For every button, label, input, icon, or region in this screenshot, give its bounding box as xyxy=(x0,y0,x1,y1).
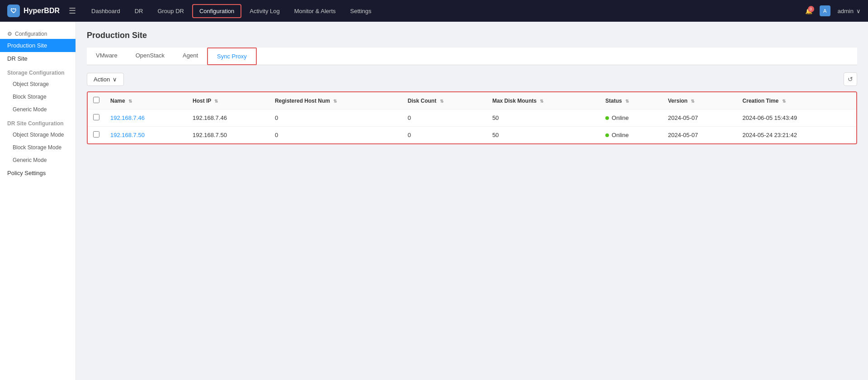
tab-sync-proxy[interactable]: Sync Proxy xyxy=(207,48,257,65)
sidebar-item-dr-site[interactable]: DR Site xyxy=(0,52,75,65)
hamburger-icon[interactable]: ☰ xyxy=(69,6,76,16)
nav-dashboard[interactable]: Dashboard xyxy=(85,5,127,17)
sidebar-item-production-site[interactable]: Production Site xyxy=(0,39,75,52)
page-title: Production Site xyxy=(87,31,857,40)
brand-icon: 🛡 xyxy=(7,5,20,17)
nav-group-dr[interactable]: Group DR xyxy=(151,5,190,17)
notification-badge: 0 xyxy=(808,6,814,12)
sidebar-item-generic-mode[interactable]: Generic Mode xyxy=(0,103,75,116)
col-header-version: Version ⇅ xyxy=(663,92,737,109)
sidebar-item-object-storage-mode[interactable]: Object Storage Mode xyxy=(0,128,75,141)
status-dot-online xyxy=(605,116,609,120)
nav-settings[interactable]: Settings xyxy=(344,5,378,17)
row2-host-ip: 192.168.7.50 xyxy=(187,127,269,144)
row2-checkbox-cell xyxy=(88,127,105,144)
sidebar-item-object-storage[interactable]: Object Storage xyxy=(0,78,75,90)
sidebar: ⚙ Configuration Production Site DR Site … xyxy=(0,22,76,380)
sidebar-item-block-storage-mode[interactable]: Block Storage Mode xyxy=(0,141,75,154)
row1-status-label: Online xyxy=(612,114,629,121)
row2-disk-count: 0 xyxy=(402,127,487,144)
row1-version: 2024-05-07 xyxy=(663,109,737,127)
tab-agent[interactable]: Agent xyxy=(174,48,207,65)
select-all-checkbox[interactable] xyxy=(93,97,99,103)
table-row: 192.168.7.46 192.168.7.46 0 0 50 Online … xyxy=(88,109,856,127)
sidebar-config-label: Configuration xyxy=(15,31,47,37)
row1-max-disk-mounts: 50 xyxy=(487,109,600,127)
row2-status: Online xyxy=(600,127,662,144)
nav-monitor-alerts[interactable]: Monitor & Alerts xyxy=(288,5,342,17)
main-layout: ⚙ Configuration Production Site DR Site … xyxy=(0,22,868,380)
table-header-row: Name ⇅ Host IP ⇅ Registered Host Num ⇅ xyxy=(88,92,856,109)
sort-icon-name[interactable]: ⇅ xyxy=(128,99,132,104)
user-chevron-icon: ∨ xyxy=(856,8,861,14)
sort-icon-max-disk-mounts[interactable]: ⇅ xyxy=(540,99,543,104)
sort-icon-disk-count[interactable]: ⇅ xyxy=(440,99,443,104)
notification-bell[interactable]: 🔔 0 xyxy=(805,8,812,14)
topnav: 🛡 HyperBDR ☰ Dashboard DR Group DR Confi… xyxy=(0,0,868,22)
nav-configuration[interactable]: Configuration xyxy=(192,4,241,18)
gear-icon: ⚙ xyxy=(7,31,12,37)
tab-bar: VMware OpenStack Agent Sync Proxy xyxy=(87,48,857,65)
sidebar-config-section: ⚙ Configuration xyxy=(0,27,75,39)
nav-activity-log[interactable]: Activity Log xyxy=(243,5,286,17)
refresh-icon: ↺ xyxy=(848,76,853,83)
row1-host-ip: 192.168.7.46 xyxy=(187,109,269,127)
col-header-status: Status ⇅ xyxy=(600,92,662,109)
user-menu[interactable]: admin ∨ xyxy=(838,8,861,14)
row2-status-label: Online xyxy=(612,132,629,138)
row1-creation-time: 2024-06-05 15:43:49 xyxy=(737,109,856,127)
row2-creation-time: 2024-05-24 23:21:42 xyxy=(737,127,856,144)
col-header-disk-count: Disk Count ⇅ xyxy=(402,92,487,109)
row2-version: 2024-05-07 xyxy=(663,127,737,144)
row1-checkbox-cell xyxy=(88,109,105,127)
username-label: admin xyxy=(838,8,854,14)
tab-openstack[interactable]: OpenStack xyxy=(127,48,174,65)
sidebar-item-policy-settings[interactable]: Policy Settings xyxy=(0,166,75,180)
table-row: 192.168.7.50 192.168.7.50 0 0 50 Online … xyxy=(88,127,856,144)
row1-checkbox[interactable] xyxy=(93,114,99,120)
row1-disk-count: 0 xyxy=(402,109,487,127)
sidebar-group-dr-site-config: DR Site Configuration xyxy=(0,116,75,128)
tab-vmware[interactable]: VMware xyxy=(87,48,127,65)
sort-icon-host-ip[interactable]: ⇅ xyxy=(214,99,218,104)
refresh-button[interactable]: ↺ xyxy=(844,72,857,86)
sync-proxy-table: Name ⇅ Host IP ⇅ Registered Host Num ⇅ xyxy=(87,91,857,144)
brand-logo[interactable]: 🛡 HyperBDR xyxy=(7,5,60,17)
col-header-registered-host-num: Registered Host Num ⇅ xyxy=(269,92,402,109)
nav-items: Dashboard DR Group DR Configuration Acti… xyxy=(85,4,805,18)
row1-name[interactable]: 192.168.7.46 xyxy=(105,109,187,127)
sort-icon-creation-time[interactable]: ⇅ xyxy=(782,99,786,104)
row1-registered-host-num: 0 xyxy=(269,109,402,127)
col-header-max-disk-mounts: Max Disk Mounts ⇅ xyxy=(487,92,600,109)
row2-max-disk-mounts: 50 xyxy=(487,127,600,144)
sidebar-group-storage-config: Storage Configuration xyxy=(0,65,75,78)
sort-icon-registered-host-num[interactable]: ⇅ xyxy=(333,99,337,104)
action-button[interactable]: Action ∨ xyxy=(87,73,124,86)
sort-icon-version[interactable]: ⇅ xyxy=(691,99,694,104)
topnav-right: 🔔 0 A admin ∨ xyxy=(805,5,861,16)
row2-checkbox[interactable] xyxy=(93,131,99,138)
row2-name[interactable]: 192.168.7.50 xyxy=(105,127,187,144)
action-label: Action xyxy=(94,76,110,83)
brand-name: HyperBDR xyxy=(24,7,60,15)
sidebar-item-block-storage[interactable]: Block Storage xyxy=(0,90,75,103)
sort-icon-status[interactable]: ⇅ xyxy=(625,99,629,104)
col-header-host-ip: Host IP ⇅ xyxy=(187,92,269,109)
table-header-checkbox xyxy=(88,92,105,109)
row2-registered-host-num: 0 xyxy=(269,127,402,144)
user-avatar: A xyxy=(820,5,830,16)
toolbar: Action ∨ ↺ xyxy=(87,72,857,86)
col-header-name: Name ⇅ xyxy=(105,92,187,109)
main-content: Production Site VMware OpenStack Agent S… xyxy=(76,22,868,380)
nav-dr[interactable]: DR xyxy=(128,5,150,17)
action-chevron-icon: ∨ xyxy=(113,76,117,83)
status-dot-online-2 xyxy=(605,133,609,137)
col-header-creation-time: Creation Time ⇅ xyxy=(737,92,856,109)
sidebar-item-generic-mode-2[interactable]: Generic Mode xyxy=(0,154,75,166)
data-table: Name ⇅ Host IP ⇅ Registered Host Num ⇅ xyxy=(88,92,856,143)
row1-status: Online xyxy=(600,109,662,127)
